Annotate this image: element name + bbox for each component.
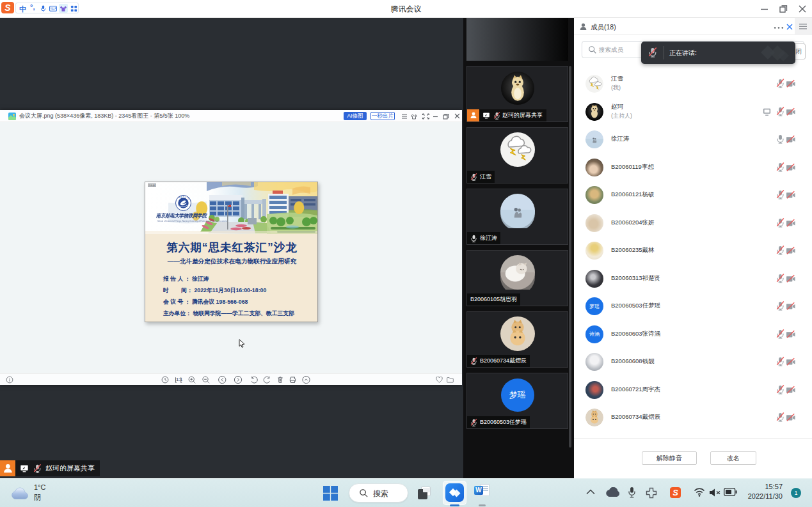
svg-text:A: A	[180, 196, 182, 198]
svg-text:N: N	[179, 196, 180, 199]
svg-text:1:1: 1:1	[176, 377, 182, 382]
svg-text:N: N	[188, 198, 189, 200]
svg-text:N: N	[183, 195, 184, 198]
